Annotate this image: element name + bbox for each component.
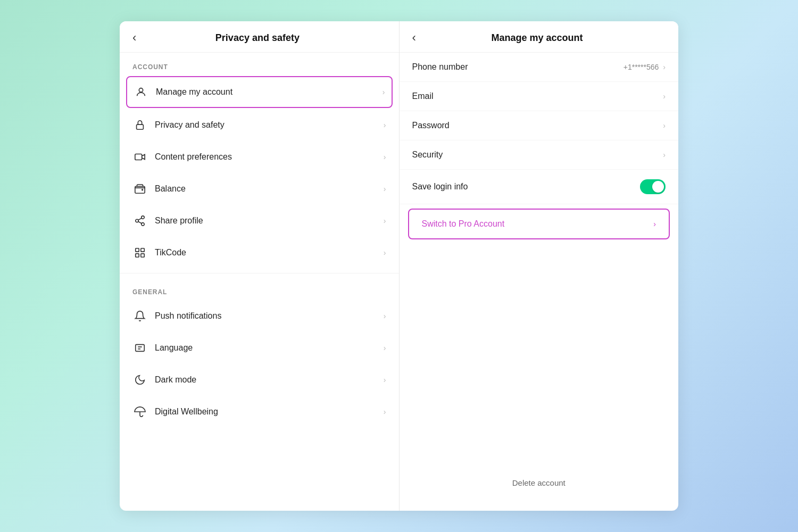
svg-rect-13 <box>136 345 145 352</box>
push-notifications-chevron: › <box>384 312 386 320</box>
menu-item-share-profile[interactable]: Share profile › <box>120 205 399 237</box>
content-prefs-label: Content preferences <box>155 152 384 162</box>
svg-rect-1 <box>137 124 144 129</box>
menu-item-content-prefs[interactable]: Content preferences › <box>120 141 399 173</box>
password-item[interactable]: Password › <box>400 111 679 140</box>
menu-item-language[interactable]: Language › <box>120 332 399 364</box>
menu-item-tikcode[interactable]: TikCode › <box>120 237 399 269</box>
pro-account-chevron: › <box>653 220 656 228</box>
email-chevron: › <box>663 92 666 101</box>
security-chevron: › <box>663 151 666 159</box>
menu-item-balance[interactable]: Balance › <box>120 173 399 205</box>
umbrella-icon <box>132 404 147 419</box>
manage-account-chevron: › <box>383 88 385 96</box>
lock-icon <box>132 118 147 132</box>
digital-wellbeing-chevron: › <box>384 408 386 416</box>
left-panel-title: Privacy and safety <box>145 32 370 44</box>
language-label: Language <box>155 343 384 353</box>
svg-point-6 <box>142 223 145 226</box>
tikcode-chevron: › <box>384 248 386 257</box>
section-divider <box>120 273 399 273</box>
balance-label: Balance <box>155 184 384 194</box>
left-panel-header: ‹ Privacy and safety <box>120 21 399 53</box>
svg-rect-11 <box>136 254 139 257</box>
bell-icon <box>132 309 147 323</box>
moon-icon <box>132 372 147 387</box>
password-chevron: › <box>663 121 666 130</box>
save-login-label: Save login info <box>412 182 641 192</box>
account-section-label: ACCOUNT <box>120 53 399 75</box>
right-panel-header: ‹ Manage my account <box>400 21 679 53</box>
svg-rect-10 <box>141 248 144 252</box>
password-label: Password <box>412 121 663 130</box>
language-icon <box>132 340 147 355</box>
svg-point-5 <box>136 219 139 222</box>
svg-rect-3 <box>135 186 145 193</box>
wallet-icon <box>132 181 147 196</box>
security-label: Security <box>412 150 663 160</box>
svg-line-8 <box>138 218 142 220</box>
user-icon <box>134 85 148 99</box>
security-item[interactable]: Security › <box>400 140 679 170</box>
svg-point-4 <box>142 216 145 219</box>
content-prefs-chevron: › <box>384 153 386 161</box>
pro-account-item[interactable]: Switch to Pro Account › <box>408 209 670 239</box>
svg-rect-2 <box>135 154 142 160</box>
grid-icon <box>132 245 147 260</box>
dark-mode-label: Dark mode <box>155 375 384 385</box>
tikcode-label: TikCode <box>155 248 384 257</box>
push-notifications-label: Push notifications <box>155 311 384 321</box>
general-section-label: GENERAL <box>120 278 399 300</box>
svg-point-0 <box>139 88 143 92</box>
privacy-safety-chevron: › <box>384 121 386 129</box>
right-back-button[interactable]: ‹ <box>412 32 416 44</box>
menu-item-privacy-safety[interactable]: Privacy and safety › <box>120 109 399 141</box>
menu-item-digital-wellbeing[interactable]: Digital Wellbeing › <box>120 396 399 428</box>
right-panel-title: Manage my account <box>425 32 650 44</box>
video-icon <box>132 149 147 164</box>
delete-account-button[interactable]: Delete account <box>400 466 679 500</box>
privacy-safety-label: Privacy and safety <box>155 120 384 130</box>
menu-item-push-notifications[interactable]: Push notifications › <box>120 300 399 332</box>
dark-mode-chevron: › <box>384 376 386 384</box>
right-panel: ‹ Manage my account Phone number +1*****… <box>400 21 679 511</box>
left-panel: ‹ Privacy and safety ACCOUNT Manage my a… <box>120 21 400 511</box>
balance-chevron: › <box>384 185 386 193</box>
phone-number-item[interactable]: Phone number +1*****566 › <box>400 53 679 82</box>
phone-number-chevron: › <box>663 63 666 71</box>
menu-item-manage-account[interactable]: Manage my account › <box>126 76 393 108</box>
share-icon <box>132 213 147 228</box>
svg-line-7 <box>138 221 142 223</box>
save-login-item: Save login info <box>400 170 679 204</box>
language-chevron: › <box>384 344 386 352</box>
phone-number-label: Phone number <box>412 62 624 72</box>
left-back-button[interactable]: ‹ <box>132 32 136 44</box>
save-login-toggle[interactable] <box>640 179 666 194</box>
share-profile-chevron: › <box>384 217 386 225</box>
pro-account-label: Switch to Pro Account <box>422 219 654 229</box>
email-item[interactable]: Email › <box>400 82 679 111</box>
manage-account-label: Manage my account <box>156 87 383 97</box>
digital-wellbeing-label: Digital Wellbeing <box>155 407 384 417</box>
svg-rect-12 <box>141 254 144 257</box>
menu-item-dark-mode[interactable]: Dark mode › <box>120 364 399 396</box>
settings-container: ‹ Privacy and safety ACCOUNT Manage my a… <box>120 21 678 511</box>
phone-number-value: +1*****566 <box>624 63 659 71</box>
share-profile-label: Share profile <box>155 216 384 226</box>
email-label: Email <box>412 92 663 101</box>
svg-rect-9 <box>136 248 139 252</box>
